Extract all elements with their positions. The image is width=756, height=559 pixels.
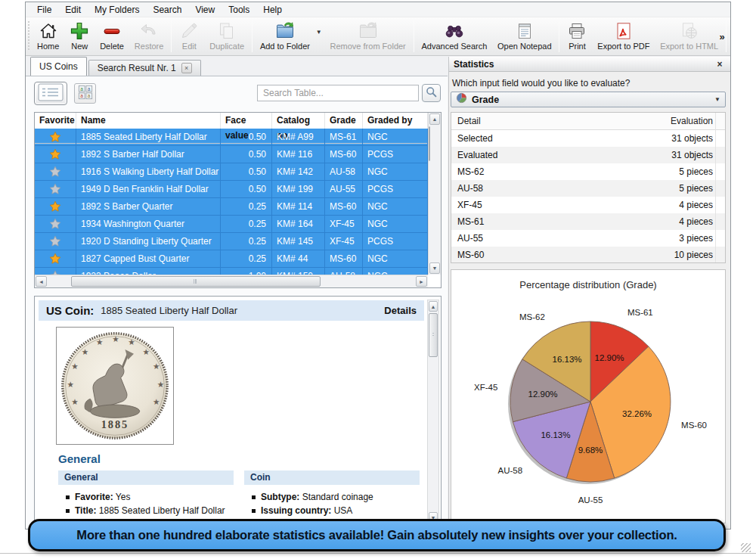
- list-view-button[interactable]: [34, 82, 67, 105]
- folder-remove-icon: [358, 21, 378, 41]
- menu-item-edit[interactable]: Edit: [58, 3, 88, 17]
- toolbar-separator: [252, 20, 253, 52]
- evaluation-row[interactable]: MS-6010 pieces: [451, 247, 725, 263]
- home-icon: [39, 21, 58, 41]
- table-row[interactable]: 1934 Washington Quarter0.25KM# 164XF-45N…: [35, 216, 428, 233]
- add-to-folder-dropdown-caret[interactable]: ▼: [315, 18, 325, 54]
- evaluation-row[interactable]: AU-585 pieces: [451, 180, 725, 197]
- evaluation-table-header[interactable]: Detail Evaluation: [451, 113, 725, 130]
- evaluation-row[interactable]: Selected31 objects: [451, 130, 725, 147]
- favorite-star-icon[interactable]: [35, 129, 76, 145]
- table-horizontal-scrollbar[interactable]: ◄ ►: [35, 275, 428, 287]
- toolbar-button-export-to-pdf[interactable]: Export to PDF: [592, 18, 655, 54]
- favorite-star-icon[interactable]: [35, 216, 76, 232]
- application-window: FileEditMy FoldersSearchViewToolsHelp Ho…: [25, 2, 731, 529]
- resize-grip[interactable]: [741, 543, 751, 552]
- favorite-star-icon[interactable]: [35, 250, 76, 267]
- table-row[interactable]: 1892 S Barber Half Dollar0.50KM# 116MS-6…: [35, 146, 428, 163]
- close-icon[interactable]: ×: [714, 59, 726, 70]
- evaluation-value: 31 objects: [671, 150, 713, 160]
- search-input[interactable]: [257, 85, 419, 101]
- favorite-star-icon[interactable]: [35, 181, 76, 197]
- evaluation-value: 5 pieces: [679, 183, 713, 194]
- scroll-left-button[interactable]: ◄: [36, 276, 47, 287]
- favorite-star-icon[interactable]: [35, 268, 76, 275]
- table-row[interactable]: 1923 Peace Dollar1.00KM# 150AU-58NGC: [35, 268, 428, 275]
- scroll-up-button[interactable]: ▲: [429, 301, 438, 312]
- pencil-icon: [179, 21, 199, 41]
- favorite-star-icon[interactable]: [35, 233, 76, 250]
- svg-text:★: ★: [143, 347, 150, 356]
- toolbar-separator: [559, 20, 559, 52]
- table-cell: XF-45: [325, 216, 363, 232]
- field-dropdown[interactable]: Grade ▼: [451, 92, 726, 107]
- scroll-down-button[interactable]: ▼: [429, 262, 440, 274]
- toolbar-overflow-button[interactable]: »: [716, 19, 728, 54]
- tab-label: Search Result Nr. 1: [98, 63, 176, 73]
- menu-item-file[interactable]: File: [30, 3, 58, 17]
- favorite-star-icon[interactable]: [35, 146, 76, 163]
- table-row[interactable]: 1892 S Barber Quarter0.25KM# 114MS-60NGC: [35, 198, 428, 216]
- table-row[interactable]: 1920 D Standing Liberty Quarter0.25KM# 1…: [35, 233, 428, 250]
- scroll-up-button[interactable]: ▲: [429, 113, 440, 125]
- toolbar-button-label: Restore: [135, 42, 164, 51]
- favorite-star-icon[interactable]: [35, 163, 76, 180]
- menu-item-tools[interactable]: Tools: [222, 3, 256, 17]
- evaluation-value: 3 pieces: [679, 233, 713, 244]
- table-cell: NGC: [363, 268, 428, 275]
- menu-item-view[interactable]: View: [188, 3, 222, 17]
- evaluation-table: Detail Evaluation Selected31 objectsEval…: [451, 112, 726, 263]
- scrollbar-thumb[interactable]: [429, 126, 430, 161]
- menu-item-search[interactable]: Search: [146, 3, 188, 17]
- search-button[interactable]: [422, 84, 441, 102]
- pie-category-label: XF-45: [474, 383, 497, 392]
- coin-image[interactable]: ★★★ ★★★ ★★★ ★★ 1885: [56, 327, 174, 445]
- evaluation-row[interactable]: AU-553 pieces: [451, 230, 725, 247]
- evaluation-detail: XF-45: [457, 200, 679, 210]
- table-cell: KM# 116: [272, 146, 325, 163]
- scrollbar-thumb[interactable]: [71, 276, 321, 287]
- toolbar-button-add-to-folder[interactable]: Add to Folder: [255, 18, 315, 54]
- evaluation-row[interactable]: Evaluated31 objects: [451, 147, 725, 163]
- tab-search-result-nr-1[interactable]: Search Result Nr. 1×: [88, 60, 201, 76]
- coin-table-header[interactable]: FavoriteNameFace valueCatalog no.GradeGr…: [35, 113, 428, 129]
- table-row[interactable]: 1916 S Walking Liberty Half Dollar0.50KM…: [35, 163, 428, 181]
- scrollbar-thumb[interactable]: [429, 313, 438, 357]
- toolbar-button-home[interactable]: Home: [32, 18, 64, 54]
- page: FileEditMy FoldersSearchViewToolsHelp Ho…: [0, 0, 756, 559]
- table-row[interactable]: 1885 Seated Liberty Half Dollar0.50KM# A…: [35, 129, 428, 146]
- close-tab-icon[interactable]: ×: [181, 63, 192, 73]
- scroll-right-button[interactable]: ►: [416, 276, 427, 287]
- table-cell: KM# 150: [272, 268, 325, 275]
- menu-item-help[interactable]: Help: [256, 3, 289, 17]
- statistics-panel: Statistics × Which input field would you…: [448, 57, 730, 529]
- details-vertical-scrollbar[interactable]: ▲ ▼: [427, 300, 439, 524]
- toolbar-button-label: Delete: [100, 42, 124, 51]
- card-view-button[interactable]: aaaa: [74, 83, 96, 104]
- evaluation-row[interactable]: MS-614 pieces: [451, 213, 725, 230]
- pie-percent-label: 12.90%: [595, 353, 624, 362]
- svg-text:a: a: [87, 93, 90, 98]
- table-row[interactable]: 1827 Capped Bust Quarter0.25KM# 44MS-60N…: [35, 250, 428, 268]
- evaluation-row[interactable]: XF-454 pieces: [451, 197, 725, 213]
- toolbar-button-print[interactable]: Print: [562, 18, 592, 54]
- details-field: Subtype: Standard coinage: [252, 492, 420, 503]
- toolbar-button-delete[interactable]: Delete: [94, 18, 129, 54]
- table-vertical-scrollbar[interactable]: ▲ ▼: [428, 113, 441, 275]
- favorite-star-icon[interactable]: [35, 198, 76, 215]
- tab-us-coins[interactable]: US Coins: [30, 57, 87, 76]
- toolbar-button-open-notepad[interactable]: Open Notepad: [492, 18, 556, 54]
- table-row[interactable]: 1949 D Ben Franklin Half Dollar0.50KM# 1…: [35, 181, 428, 198]
- dropdown-selected-value: Grade: [472, 95, 714, 105]
- menu-item-my-folders[interactable]: My Folders: [88, 3, 146, 17]
- details-link[interactable]: Details: [384, 305, 417, 316]
- toolbar-button-advanced-search[interactable]: Advanced Search: [417, 18, 493, 54]
- toolbar-grip: [26, 21, 31, 51]
- evaluation-row[interactable]: MS-625 pieces: [451, 163, 725, 180]
- toolbar-button-new[interactable]: New: [64, 18, 94, 54]
- table-cell: KM# 44: [272, 250, 325, 267]
- table-cell: KM# 145: [272, 233, 325, 250]
- svg-text:★: ★: [153, 397, 160, 406]
- chart-title: Percentage distribution (Grade): [451, 279, 725, 290]
- pdf-icon: [614, 21, 634, 41]
